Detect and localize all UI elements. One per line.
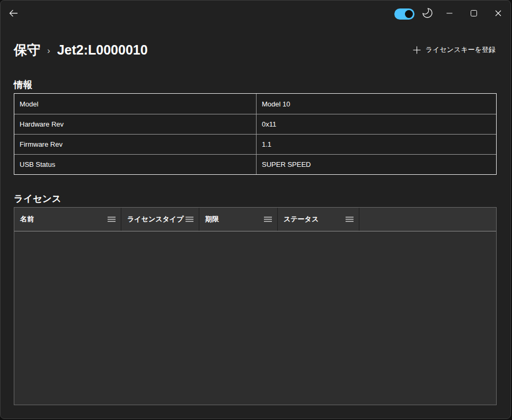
info-value-usb-status: SUPER SPEED: [257, 155, 496, 174]
license-table-body-empty: [14, 231, 496, 405]
maximize-icon: [471, 10, 477, 18]
breadcrumb: 保守 › Jet2:L0000010 ライセンスキーを登録: [14, 40, 497, 59]
page-title: Jet2:L0000010: [57, 42, 148, 58]
chevron-right-icon: ›: [47, 44, 50, 56]
moon-icon: [421, 7, 434, 21]
license-table-header: 名前 ライセンスタイプ 期限 ステータス: [14, 208, 496, 231]
maximize-button[interactable]: [462, 1, 486, 27]
back-button[interactable]: [5, 5, 22, 22]
column-header-filler: [359, 208, 496, 231]
plus-icon: [413, 46, 421, 54]
info-label-model: Model: [14, 94, 257, 114]
minimize-button[interactable]: [437, 1, 462, 27]
info-value-firmware-rev: 1.1: [257, 135, 496, 154]
info-table: Model Model 10 Hardware Rev 0x11 Firmwar…: [14, 93, 497, 175]
page-content: 保守 › Jet2:L0000010 ライセンスキーを登録 情報 Model M…: [1, 40, 510, 405]
arrow-left-icon: [9, 10, 18, 19]
table-row: Model Model 10: [14, 94, 496, 114]
column-menu-icon[interactable]: [264, 217, 272, 222]
column-header-license-type[interactable]: ライセンスタイプ: [121, 208, 199, 231]
toggle-knob: [405, 10, 413, 18]
table-row: USB Status SUPER SPEED: [14, 154, 496, 174]
column-header-label: 期限: [205, 215, 219, 224]
close-icon: [495, 10, 501, 18]
info-value-hardware-rev: 0x11: [257, 114, 496, 134]
theme-toggle[interactable]: [394, 8, 414, 20]
table-row: Hardware Rev 0x11: [14, 114, 496, 134]
register-license-key-label: ライセンスキーを登録: [426, 45, 496, 55]
info-section-heading: 情報: [14, 79, 497, 90]
license-section-heading: ライセンス: [14, 193, 497, 204]
register-license-key-button[interactable]: ライセンスキーを登録: [412, 43, 497, 57]
table-row: Firmware Rev 1.1: [14, 134, 496, 154]
license-table: 名前 ライセンスタイプ 期限 ステータス: [14, 207, 497, 405]
app-window: 保守 › Jet2:L0000010 ライセンスキーを登録 情報 Model M…: [0, 0, 511, 419]
info-label-firmware-rev: Firmware Rev: [14, 135, 257, 154]
dark-mode-button[interactable]: [419, 6, 435, 22]
column-header-status[interactable]: ステータス: [278, 208, 359, 231]
column-header-label: ライセンスタイプ: [127, 215, 183, 224]
column-header-name[interactable]: 名前: [14, 208, 121, 231]
close-button[interactable]: [486, 1, 510, 27]
column-header-label: 名前: [20, 215, 34, 224]
titlebar-controls: [394, 1, 510, 27]
info-label-usb-status: USB Status: [14, 155, 257, 174]
breadcrumb-root[interactable]: 保守: [14, 41, 40, 59]
info-value-model: Model 10: [257, 94, 496, 114]
column-header-expiration[interactable]: 期限: [199, 208, 278, 231]
titlebar: [1, 1, 510, 27]
column-header-label: ステータス: [284, 215, 319, 224]
column-menu-icon[interactable]: [186, 217, 193, 222]
column-menu-icon[interactable]: [346, 217, 354, 222]
column-menu-icon[interactable]: [108, 217, 116, 222]
minimize-icon: [446, 10, 453, 18]
info-label-hardware-rev: Hardware Rev: [14, 114, 257, 134]
